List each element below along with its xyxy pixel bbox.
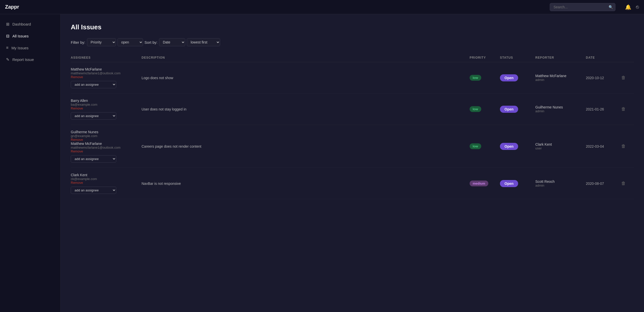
reporter-role: admin	[535, 184, 586, 187]
remove-assignee-link[interactable]: Remove	[71, 181, 142, 185]
assignees-cell: Guilherme Nunes gn@example.com Remove Ma…	[71, 130, 142, 163]
sidebar-item-report-issue[interactable]: ✎ Report Issue	[0, 54, 60, 65]
my-issues-icon: ≡	[6, 46, 8, 50]
assignee-name: Barry Allen	[71, 99, 142, 103]
status-cell: Open	[500, 106, 535, 113]
assignee-name: Clark Kent	[71, 173, 142, 177]
remove-assignee-link[interactable]: Remove	[71, 149, 142, 153]
filter-value-select[interactable]: open closed all	[118, 38, 143, 46]
reporter-name: Guilherme Nunes	[535, 105, 586, 109]
status-badge: Open	[500, 180, 518, 187]
col-actions	[621, 56, 634, 59]
status-badge: Open	[500, 143, 518, 150]
priority-cell: low	[470, 75, 500, 81]
assignee-name: Guilherme Nunes	[71, 130, 142, 134]
sidebar: ⊞ Dashboard ⊟ All Issues ≡ My Issues ✎ R…	[0, 14, 61, 312]
sidebar-item-label: My Issues	[11, 46, 29, 50]
assignees-cell: Clark Kent ck@example.com Remove add an …	[71, 173, 142, 194]
reporter-cell: Scott Reoch admin	[535, 180, 586, 187]
add-assignee-select[interactable]: add an assignee	[71, 187, 116, 194]
delete-button[interactable]: 🗑	[621, 144, 626, 149]
report-issue-icon: ✎	[6, 57, 9, 62]
priority-badge: low	[470, 143, 481, 149]
reporter-name: Scott Reoch	[535, 180, 586, 184]
actions-cell: 🗑	[621, 75, 634, 80]
priority-badge: low	[470, 75, 481, 81]
date-cell: 2022-03-04	[586, 144, 621, 148]
sidebar-item-label: Dashboard	[12, 22, 31, 26]
assignee-email: matthewmcfarlane1@outlook.com	[71, 71, 142, 75]
add-assignee-select[interactable]: add an assignee	[71, 155, 116, 163]
table-row: Barry Allen ba@example.com Remove add an…	[71, 94, 634, 125]
status-badge: Open	[500, 106, 518, 113]
app-logo: Zappr	[5, 4, 19, 10]
assignees-cell: Barry Allen ba@example.com Remove add an…	[71, 99, 142, 120]
assignee-email: gn@example.com	[71, 134, 142, 138]
table-row: Clark Kent ck@example.com Remove add an …	[71, 168, 634, 199]
add-assignee-select[interactable]: add an assignee	[71, 81, 116, 88]
assignee-email: ba@example.com	[71, 103, 142, 106]
filter-type-select[interactable]: Priority Status Reporter	[87, 38, 116, 46]
reporter-role: user	[535, 146, 586, 150]
topbar: Zappr 🔍 🔔 ⎋	[0, 0, 644, 14]
sort-field-select[interactable]: Date Priority Status	[159, 38, 185, 46]
sidebar-item-dashboard[interactable]: ⊞ Dashboard	[0, 18, 60, 30]
status-cell: Open	[500, 180, 535, 187]
page-title: All Issues	[71, 23, 634, 31]
reporter-cell: Clark Kent user	[535, 142, 586, 150]
date-cell: 2020-10-12	[586, 76, 621, 80]
sort-by-label: Sort by:	[145, 40, 158, 44]
status-cell: Open	[500, 143, 535, 150]
description-cell: User does not stay logged in	[142, 107, 470, 111]
priority-cell: medium	[470, 181, 500, 186]
search-input[interactable]	[550, 3, 615, 11]
all-issues-icon: ⊟	[6, 34, 9, 38]
date-cell: 2020-08-07	[586, 182, 621, 186]
main-content: All Issues Filter by: Priority Status Re…	[61, 14, 644, 312]
status-cell: Open	[500, 74, 535, 81]
delete-button[interactable]: 🗑	[621, 181, 626, 186]
assignee-name: Matthew McFarlane	[71, 67, 142, 71]
filter-by-label: Filter by:	[71, 40, 85, 44]
description-cell: NavBar is not responsive	[142, 182, 470, 186]
status-badge: Open	[500, 74, 518, 81]
reporter-cell: Guilherme Nunes admin	[535, 105, 586, 113]
logout-icon[interactable]: ⎋	[636, 4, 639, 10]
description-cell: Careers page does not render content	[142, 144, 470, 148]
remove-assignee-link[interactable]: Remove	[71, 138, 142, 142]
assignee-name: Matthew McFarlane	[71, 142, 142, 146]
table-row: Guilherme Nunes gn@example.com Remove Ma…	[71, 125, 634, 168]
sort-order-select[interactable]: lowest first highest first	[187, 38, 220, 46]
delete-button[interactable]: 🗑	[621, 106, 626, 112]
notifications-icon[interactable]: 🔔	[625, 4, 631, 10]
remove-assignee-link[interactable]: Remove	[71, 106, 142, 110]
col-priority: PRIORITY	[470, 56, 500, 59]
priority-cell: low	[470, 106, 500, 112]
reporter-name: Clark Kent	[535, 142, 586, 146]
sidebar-item-my-issues[interactable]: ≡ My Issues	[0, 42, 60, 54]
actions-cell: 🗑	[621, 181, 634, 186]
reporter-cell: Matthew McFarlane admin	[535, 74, 586, 82]
reporter-role: admin	[535, 78, 586, 82]
filter-bar: Filter by: Priority Status Reporter open…	[71, 38, 634, 46]
sidebar-item-all-issues[interactable]: ⊟ All Issues	[0, 30, 60, 42]
date-cell: 2021-01-26	[586, 107, 621, 111]
actions-cell: 🗑	[621, 144, 634, 149]
priority-badge: medium	[470, 181, 488, 186]
col-description: DESCRIPTION	[142, 56, 470, 59]
assignees-cell: Matthew McFarlane matthewmcfarlane1@outl…	[71, 67, 142, 88]
priority-badge: low	[470, 106, 481, 112]
table-header: ASSIGNEES DESCRIPTION PRIORITY STATUS RE…	[71, 53, 634, 62]
search-wrap: 🔍	[550, 3, 615, 11]
col-assignees: ASSIGNEES	[71, 56, 142, 59]
reporter-name: Matthew McFarlane	[535, 74, 586, 78]
assignee-email: matthewmcfarlane1@outlook.com	[71, 146, 142, 149]
remove-assignee-link[interactable]: Remove	[71, 75, 142, 79]
delete-button[interactable]: 🗑	[621, 75, 626, 80]
layout: ⊞ Dashboard ⊟ All Issues ≡ My Issues ✎ R…	[0, 14, 644, 312]
sidebar-item-label: All Issues	[12, 34, 29, 38]
actions-cell: 🗑	[621, 106, 634, 112]
col-date: DATE	[586, 56, 621, 59]
add-assignee-select[interactable]: add an assignee	[71, 112, 116, 120]
col-status: STATUS	[500, 56, 535, 59]
